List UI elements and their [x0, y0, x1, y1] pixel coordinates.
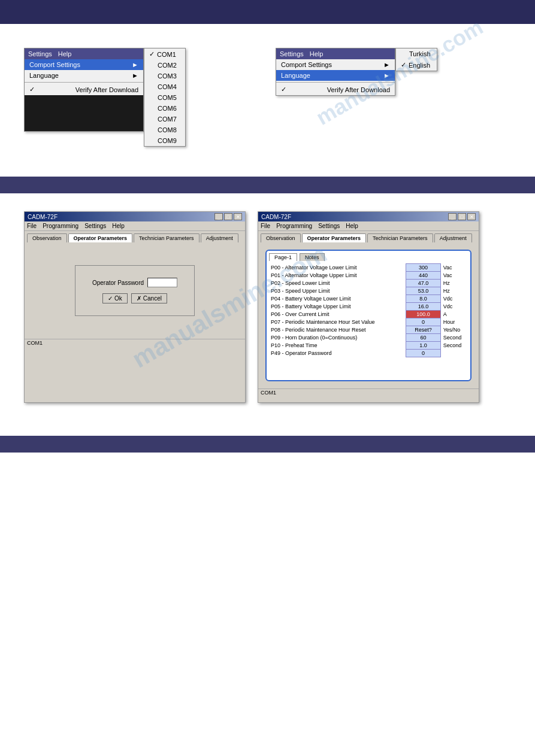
tab-operator-parameters-r[interactable]: Operator Parameters [302, 233, 367, 242]
arrow-icon: ► [132, 61, 138, 68]
param-unit: Second [440, 334, 468, 342]
param-value[interactable]: 100.0 [406, 311, 440, 318]
param-unit: Second [440, 342, 468, 350]
param-value[interactable]: 0 [406, 318, 440, 326]
param-value[interactable]: 47.0 [406, 280, 440, 287]
language-submenu: Turkish ✓ English [395, 48, 437, 71]
password-input[interactable] [147, 278, 177, 287]
table-row: P02 - Speed Lower Limit47.0Hz [269, 280, 468, 287]
right-menu-divider [276, 82, 395, 83]
right-language-item[interactable]: Language ► [276, 70, 395, 81]
tab-technician-parameters[interactable]: Technician Parameters [134, 233, 200, 242]
com5-item[interactable]: COM5 [144, 92, 185, 103]
menu-divider [25, 82, 143, 83]
param-value[interactable]: 300 [406, 264, 440, 272]
com6-item[interactable]: COM6 [144, 103, 185, 114]
com9-item[interactable]: COM9 [144, 135, 185, 146]
param-value[interactable]: 53.0 [406, 287, 440, 295]
com2-item[interactable]: COM2 [144, 60, 185, 71]
tab-operator-parameters[interactable]: Operator Parameters [68, 233, 133, 242]
table-row: P08 - Periodic Maintenance Hour ResetRes… [269, 326, 468, 334]
param-label: P08 - Periodic Maintenance Hour Reset [269, 326, 406, 334]
right-settings-title[interactable]: Settings [280, 50, 304, 57]
param-label: P10 - Preheat Time [269, 342, 406, 350]
com1-item[interactable]: ✓ COM1 [144, 48, 185, 60]
param-value[interactable]: 440 [406, 272, 440, 280]
table-row: P49 - Operator Password0 [269, 350, 468, 357]
right-app-menubar: File Programming Settings Help [258, 221, 479, 231]
params-tab-notes[interactable]: Notes [300, 253, 325, 261]
settings-menu-title[interactable]: Settings [28, 50, 52, 57]
param-unit: Vac [440, 264, 468, 272]
params-table: P00 - Alternator Voltage Lower Limit300V… [269, 263, 468, 357]
com3-item[interactable]: COM3 [144, 71, 185, 81]
black-area [25, 95, 143, 131]
left-app-menubar: File Programming Settings Help [25, 221, 245, 231]
param-value[interactable]: Reset? [406, 326, 440, 334]
tab-observation-r[interactable]: Observation [261, 233, 301, 242]
tab-adjustment-r[interactable]: Adjustment [434, 233, 472, 242]
password-label: Operator Password [92, 280, 144, 286]
right-window-title: CADM-72F [261, 214, 291, 220]
param-label: P06 - Over Current Limit [269, 311, 406, 318]
comport-settings-item[interactable]: Comport Settings ► [25, 59, 143, 70]
tab-observation[interactable]: Observation [27, 233, 67, 242]
param-value[interactable]: 1.0 [406, 342, 440, 350]
checkmark-icon: ✓ [108, 295, 113, 302]
ok-button[interactable]: ✓ Ok [102, 293, 128, 303]
com8-item[interactable]: COM8 [144, 125, 185, 135]
right-verify-item[interactable]: ✓ Verify After Download [276, 84, 395, 95]
com4-item[interactable]: COM4 [144, 81, 185, 92]
param-label: P07 - Periodic Maintenance Hour Set Valu… [269, 318, 406, 326]
right-help-title[interactable]: Help [310, 50, 324, 57]
checkmark-icon: ✓ [29, 86, 35, 93]
param-unit: Hz [440, 280, 468, 287]
programming-menu[interactable]: Programming [276, 223, 312, 229]
minimize-button[interactable]: _ [214, 213, 223, 220]
param-value[interactable]: 16.0 [406, 303, 440, 311]
table-row: P09 - Horn Duration (0=Continuous)60Seco… [269, 334, 468, 342]
param-value[interactable]: 8.0 [406, 295, 440, 303]
param-unit: A [440, 311, 468, 318]
file-menu[interactable]: File [27, 223, 37, 229]
english-item[interactable]: ✓ English [396, 59, 437, 71]
params-tabs: Page-1 Notes [269, 253, 468, 261]
param-label: P02 - Speed Lower Limit [269, 280, 406, 287]
tab-adjustment[interactable]: Adjustment [201, 233, 238, 242]
right-window-controls: _ □ ✕ [448, 213, 476, 220]
right-statusbar: COM1 [258, 388, 479, 396]
com7-item[interactable]: COM7 [144, 114, 185, 125]
params-tab-page1[interactable]: Page-1 [269, 253, 297, 261]
close-button[interactable]: ✕ [234, 213, 242, 220]
param-label: P00 - Alternator Voltage Lower Limit [269, 264, 406, 272]
param-value[interactable]: 0 [406, 350, 440, 357]
param-unit: Vac [440, 272, 468, 280]
maximize-button[interactable]: □ [224, 213, 232, 220]
help-menu[interactable]: Help [112, 223, 125, 229]
param-value[interactable]: 60 [406, 334, 440, 342]
language-item[interactable]: Language ► [25, 70, 143, 81]
left-menu-section: Settings Help Comport Settings ► Languag… [24, 48, 186, 147]
tab-technician-parameters-r[interactable]: Technician Parameters [367, 233, 433, 242]
right-menu: Settings Help Comport Settings ► Languag… [276, 48, 395, 96]
maximize-button[interactable]: □ [458, 213, 466, 220]
close-button[interactable]: ✕ [467, 213, 476, 220]
cancel-button[interactable]: ✗ Cancel [131, 293, 167, 303]
params-container: Page-1 Notes P00 - Alternator Voltage Lo… [265, 250, 471, 381]
programming-menu[interactable]: Programming [43, 223, 78, 229]
x-icon: ✗ [137, 295, 141, 302]
help-menu[interactable]: Help [346, 223, 358, 229]
left-menu-titlebar: Settings Help [25, 48, 143, 59]
turkish-item[interactable]: Turkish [396, 48, 437, 59]
settings-menu[interactable]: Settings [84, 223, 106, 229]
settings-menu[interactable]: Settings [318, 223, 340, 229]
left-app-window: CADM-72F _ □ ✕ File Programming Settings… [24, 211, 246, 403]
verify-after-download-item[interactable]: ✓ Verify After Download [25, 84, 143, 95]
minimize-button[interactable]: _ [448, 213, 457, 220]
left-window-title: CADM-72F [28, 214, 58, 220]
bottom-banner [0, 436, 535, 453]
help-menu-title[interactable]: Help [58, 50, 72, 57]
right-app-window: CADM-72F _ □ ✕ File Programming Settings… [258, 211, 479, 403]
file-menu[interactable]: File [261, 223, 270, 229]
right-comport-item[interactable]: Comport Settings ► [276, 59, 395, 70]
